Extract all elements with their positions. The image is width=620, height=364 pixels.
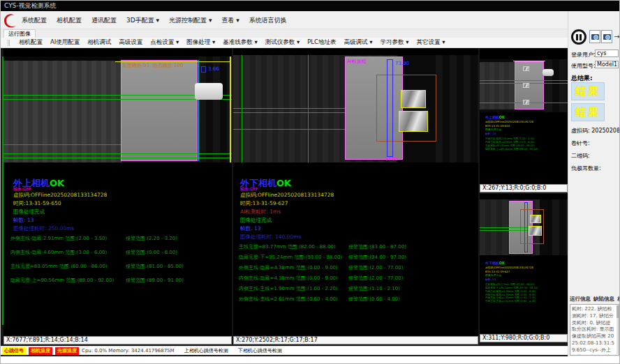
right-camera-image[interactable]: AI检测框 73.80 93.80 [233,55,478,162]
tool-camera-debug[interactable]: 相机调试 [87,38,111,47]
lower-camera-heartbeat-text: 下相机心跳信号检测 [238,347,282,354]
tool-image-processing[interactable]: 图像处理 ▾ [186,38,215,47]
mini-measurement: 隐藏宽度-上=90.56mm 范围:(88.00 - 92.00) [485,147,568,151]
width-overlay-label: 73.80 [395,61,409,66]
small-view-1-camera: 外上相机 [485,116,499,120]
menu-language-switch[interactable]: 系统语言切换 [249,16,287,25]
tool-tester-params[interactable]: 测试仪参数 ▾ [265,38,300,47]
tool-spot-check[interactable]: 点检设置 ▾ [150,38,179,47]
alarm-range: 报警范围:(0.00 - 8.00) [126,249,177,256]
left-time-text: 时间:13-31-59-650 [13,200,61,207]
small-view-1-image[interactable] [480,59,568,112]
tool-camera-config[interactable]: 相机配置 [19,38,43,47]
right-camera-panel: AI检测框 73.80 93.80 外下相机OK 输出:OFF 虚拟码:OFFl… [233,48,478,336]
qr-code-label: 二维码: [571,152,590,160]
log-scrollbar-thumb[interactable] [617,305,619,318]
menu-items: 系统配置 相机配置 通讯配置 3D手配置 ▾ 光源控制配置 ▾ 查看 ▾ 系统语… [22,11,287,29]
small-view-1-result: OK [499,116,505,120]
tool-baseline-params[interactable]: 基准线参数 ▾ [223,38,257,47]
camera-temp-badge: 相机温度 [29,347,52,355]
tool-advanced-settings[interactable]: 高级设置 [119,38,142,47]
window-title: CYS-视觉检测系统 [4,2,57,9]
right-coordinate-strip: X:270;Y:2502;R:17;G:17;B:17 [233,336,478,344]
measurement-row: 内侧主线-隐藏=4.38mm 范围:(0.00 - 9.00) [239,275,338,282]
left-camera-image[interactable]: 灰度阈值:93, 动态阈值:100 3.66 [3,56,232,162]
measurement-row: 外侧主线-主线=2.61mm 范围:(0.60 - 4.00) [239,296,338,303]
left-camera-panel: 灰度阈值:93, 动态阈值:100 3.66 外上相机OK 输出:OFF 虚拟码… [3,48,232,336]
alarm-range: 报警范围:(81.00 - 85.00) [126,263,184,270]
threshold-overlay-label: 灰度阈值:93, 动态阈值:100 [122,62,183,69]
title-bar: CYS-视觉检测系统 [1,1,620,11]
menu-light-config[interactable]: 光源控制配置 ▾ [169,16,212,25]
measurement-row: 主线宽度=83.77mm 范围:(82.00 - 88.00) [239,243,336,250]
log-tab-run[interactable]: 运行信息 [570,296,591,303]
exit-arrow-button[interactable]: → [613,30,620,43]
upper-camera-heartbeat-text: 上相机心跳信号检测 [184,347,228,354]
small-view-2: 外下相机OK 虚拟码:OFFline20250208133134728 时间:1… [480,194,568,334]
log-scrollbar[interactable] [617,305,619,354]
left-coordinate-strip: X:7677;Y:891;R:14;G:14;B:14 [3,336,232,344]
right-camera-result: OK [276,178,291,188]
left-camera-result: OK [50,178,64,188]
tool-other-settings[interactable]: 其它设置 ▾ [416,38,445,47]
alarm-range: 报警范围:(89.00 - 91.00) [126,277,184,284]
alarm-range: 报警范围:(1.10 - 2.10) [348,285,400,292]
menu-comm-config[interactable]: 通讯配置 [91,16,117,25]
menu-system-config[interactable]: 系统配置 [22,16,47,25]
alarm-range: 报警范围:(2.20 - 3.20) [126,235,177,242]
width-marker-box [201,66,206,73]
pause-icon [576,34,578,40]
tool-advanced-debug[interactable]: 高级调试 ▾ [344,38,373,47]
toolbar-grip [8,40,10,46]
camera-capture-button[interactable] [601,30,612,43]
left-done-text: 图像处理完成 [13,208,45,215]
small-view-1-text: 外上相机OK 虚拟码:OFFline20250208133134728 时间:1… [485,115,568,151]
small-view-2-coordinate-strip: X:311;Y:980;R:0;G:0;B:0 [480,334,568,342]
toolbar: 相机配置 AI使用配置 相机调试 高级设置 点检设置 ▾ 图像处理 ▾ 基准线参… [1,38,568,48]
measurement-row: 隐藏宽度-下=95.24mm 范围:(93.00 - 98.00) [239,254,342,261]
camera-live-button[interactable] [589,30,600,43]
small-view-2-camera: 外下相机 [485,261,499,266]
small-view-2-result: OK [499,261,505,266]
heartbeat-badge: 心跳信号 [2,347,26,355]
right-elapsed-text: 图像处理耗时: 140.00ms [240,234,301,241]
right-time-text: 时间:13-31-59-627 [240,200,288,207]
log-tab-defect[interactable]: 缺陷信息 [593,296,614,303]
pause-button[interactable] [571,29,586,45]
small-view-1: 外上相机OK 虚拟码:OFFline20250208133134728 时间:1… [480,48,568,184]
model-input[interactable] [595,61,619,68]
menu-view[interactable]: 查看 ▾ [221,16,239,25]
status-bar: 心跳信号 相机温度 光源温度 Cpu: 0.0% Memory: 3424.41… [1,346,568,355]
result-badge-lower: 结果 [571,103,605,121]
measurement-row: 外侧主线-隐藏:2.91mm 范围:(2.00 - 3.50) [10,235,107,242]
measurement-row: 隐藏宽度-上=90.56mm 范围:(88.00 - 92.00) [10,277,114,284]
result-badge-upper: 结果 [571,82,605,100]
bottom-overlay-label: 93.80 [385,156,397,161]
tool-learning-params[interactable]: 学习参数 ▾ [380,38,408,47]
tab-count-label: 负极耳数量: [571,165,601,172]
tab-run-image[interactable]: 运行图像 [3,29,36,38]
log-tabs: 运行信息 缺陷信息 相机信息 [570,296,620,303]
alarm-range: 报警范围:(2.00 - 77.00) [348,264,403,271]
cpu-memory-text: Cpu: 0.0% Memory: 3424.41796875M [82,348,175,354]
connector-clip [195,83,223,100]
light-temp-badge: 光源温度 [55,347,79,355]
small-view-2-image[interactable] [480,199,568,255]
tool-ai-config[interactable]: AI使用配置 [50,38,80,47]
menu-3d-config[interactable]: 3D手配置 ▾ [126,16,159,25]
menu-bar: 系统配置 相机配置 通讯配置 3D手配置 ▾ 光源控制配置 ▾ 查看 ▾ 系统语… [1,11,620,29]
right-ai-text: AI检测耗时: 1ms [240,208,281,215]
mini-measurement: 外侧主线-主线=2.61mm 范围:(0.60 - 4.00) [485,300,568,303]
measurement-row: 外侧主线-隐藏=4.38mm 范围:(0.00 - 9.00) [239,264,338,271]
virtual-code-value: 20250208 [591,128,620,134]
left-frames-text: 帧数: 13 [13,217,34,224]
menu-camera-config[interactable]: 相机配置 [57,16,82,25]
measurement-row: 内侧主线-主线=1.90mm 范围:(1.00 - 2.20) [239,285,338,292]
measurement-row: 主线宽度=83.05mm 范围:(80.00 - 86.00) [10,263,108,270]
log-tab-camera[interactable]: 相机信息 [617,296,620,303]
part-region-outline [121,60,198,161]
login-user-input[interactable] [595,50,619,57]
alarm-range: 报警范围:(83.00 - 87.00) [348,243,406,250]
tool-plc-address[interactable]: PLC地址表 [307,38,336,47]
log-text-box[interactable]: 耗时: 222, 缺陷检测耗时: 17, 缺陷分类耗时: 0, 缺陷提取分区耗时… [570,304,619,356]
